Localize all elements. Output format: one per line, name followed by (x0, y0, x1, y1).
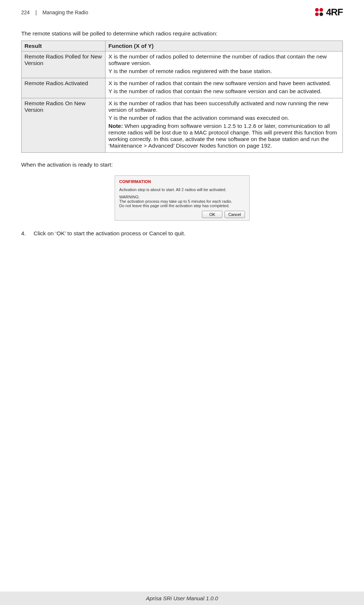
cell-result: Remote Radios On New Version (22, 98, 106, 153)
after-table-text: When the activation is ready to start: (21, 161, 343, 168)
logo-dots-icon (314, 8, 325, 17)
separator (38, 9, 41, 15)
warning-line: The activation process may take up to 5 … (119, 199, 245, 203)
fn-line: X is the number of radios polled to dete… (108, 53, 340, 66)
dialog-line: Activation step is about to start. All 2… (119, 187, 245, 192)
logo-text: 4RF (326, 7, 343, 18)
cell-function: X is the number of radios that contain t… (106, 78, 343, 98)
fn-note: Note: When upgrading from software versi… (108, 123, 340, 149)
warning-label: WARNING: (119, 195, 245, 199)
confirmation-dialog: CONFIRMATION Activation step is about to… (115, 175, 250, 221)
fn-line: X is the number of radios that contain t… (108, 80, 340, 87)
fn-line: Y is the number of radios that contain t… (108, 88, 340, 95)
fn-line: Y is the number of radios that the activ… (108, 115, 340, 121)
table-row: Remote Radios Polled for New Version X i… (22, 52, 343, 78)
ok-button[interactable]: OK (202, 211, 222, 218)
header-left: 224 | Managing the Radio (21, 9, 88, 15)
page-number: 224 (21, 9, 30, 15)
cell-result: Remote Radios Polled for New Version (22, 52, 106, 78)
warning-line: Do not leave this page until the activat… (119, 203, 245, 208)
table-row: Remote Radios Activated X is the number … (22, 78, 343, 98)
dialog-buttons: OK Cancel (119, 211, 245, 218)
note-label: Note: (108, 123, 123, 129)
cell-result: Remote Radios Activated (22, 78, 106, 98)
cell-function: X is the number of radios that has been … (106, 98, 343, 153)
table-row: Remote Radios On New Version X is the nu… (22, 98, 343, 153)
separator (31, 9, 34, 15)
fn-line: Y is the number of remote radios registe… (108, 68, 340, 75)
note-text: When upgrading from software version 1.2… (108, 123, 337, 149)
col-header-result: Result (22, 41, 106, 52)
cancel-button[interactable]: Cancel (225, 211, 245, 218)
page-header: 224 | Managing the Radio 4RF (21, 7, 343, 18)
table-header-row: Result Function (X of Y) (22, 41, 343, 52)
step-text: Click on ‘OK’ to start the activation pr… (34, 230, 185, 237)
step-4: 4. Click on ‘OK’ to start the activation… (21, 230, 343, 237)
cell-function: X is the number of radios polled to dete… (106, 52, 343, 78)
page-footer: Aprisa SRi User Manual 1.0.0 (0, 591, 364, 605)
dialog-wrapper: CONFIRMATION Activation step is about to… (21, 175, 343, 221)
brand-logo: 4RF (314, 7, 343, 18)
col-header-function: Function (X of Y) (106, 41, 343, 52)
section-title: Managing the Radio (42, 9, 88, 15)
dialog-title: CONFIRMATION (119, 179, 245, 184)
results-table: Result Function (X of Y) Remote Radios P… (21, 41, 343, 153)
page: 224 | Managing the Radio 4RF The remote … (0, 0, 364, 605)
intro-text: The remote stations will be polled to de… (21, 30, 343, 37)
step-number: 4. (21, 230, 28, 237)
separator-pipe: | (35, 9, 37, 15)
fn-line: X is the number of radios that has been … (108, 100, 340, 113)
